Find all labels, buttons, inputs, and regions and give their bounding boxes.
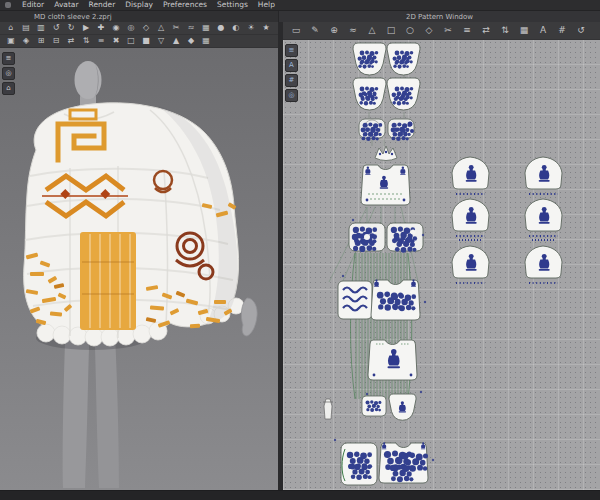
viewport-menu-icon[interactable]: ≡ [2,52,15,65]
pattern-piece-heavy-left[interactable] [349,223,385,252]
pattern-piece-row2-right[interactable] [387,78,420,110]
rotate-gizmo-icon[interactable]: ◎ [124,22,138,34]
fabric-icon[interactable]: ▦ [199,22,213,34]
render-icon[interactable]: ★ [259,22,273,34]
menu-items: EditorAvatarRenderDisplayPreferencesSett… [17,0,280,10]
view-menu-icon[interactable]: ≡ [94,35,108,47]
layer-order-icon[interactable]: ⇅ [79,35,93,47]
pattern-piece-cap-3[interactable] [452,199,489,240]
pattern-window-header[interactable]: 2D Pattern Window [278,11,600,22]
pattern-piece-crown[interactable] [375,146,397,161]
application-window: EditorAvatarRenderDisplayPreferencesSett… [0,0,600,500]
menu-preferences[interactable]: Preferences [158,0,212,10]
show-pins-icon[interactable]: ⊟ [49,35,63,47]
zoom-2d-icon[interactable]: ◎ [285,89,298,102]
pattern-piece-cap-4[interactable] [525,199,562,240]
simulate-icon[interactable]: ▶ [79,22,93,34]
avatar-icon[interactable]: ● [214,22,228,34]
menu-display[interactable]: Display [120,0,158,10]
gravity-toggle-icon[interactable]: ▽ [154,35,168,47]
title-bar: MD cloth sleeve 2.zprj 2D Pattern Window [0,11,600,22]
2d-viewport-tools: ≡A#◎ [285,44,298,102]
project-tab[interactable]: MD cloth sleeve 2.zprj [0,11,278,22]
3d-viewport-tools: ≡◎⌂ [2,52,15,95]
sewing-icon[interactable]: ≈ [184,22,198,34]
menu-bar: EditorAvatarRenderDisplayPreferencesSett… [0,0,600,11]
open-project-icon[interactable]: ▤ [19,22,33,34]
edit-curve-icon[interactable]: ≈ [344,24,362,38]
snap-grid-icon[interactable]: # [285,74,298,87]
rectangle-tool-icon[interactable]: □ [382,24,400,38]
toolbar-3d-row1: ⌂▤▥↺↻▶✚◉◎◇△✂≈▦●◐☀★ [0,22,278,35]
delete-icon[interactable]: ✖ [109,35,123,47]
edit-pattern-icon[interactable]: ✎ [306,24,324,38]
grid-toggle-icon[interactable]: # [553,24,571,38]
light-icon[interactable]: ☀ [244,22,258,34]
resync-2d-icon[interactable]: ↺ [572,24,590,38]
pattern-menu-icon[interactable]: ≡ [285,44,298,57]
pattern-piece-cap-5[interactable] [452,246,489,283]
pattern-piece-bottom-left[interactable] [341,443,377,485]
measure-icon[interactable]: △ [154,22,168,34]
redo-icon[interactable]: ↻ [64,22,78,34]
cut-tool-icon[interactable]: ✂ [439,24,457,38]
show-avatar-icon[interactable]: ◈ [19,35,33,47]
show-garment-icon[interactable]: ▣ [4,35,18,47]
pattern-piece-bodice-low[interactable] [368,340,417,380]
collision-toggle-icon[interactable]: ▲ [169,35,183,47]
strain-map-icon[interactable]: ◆ [184,35,198,47]
show-seams-icon[interactable]: ⊞ [34,35,48,47]
3d-viewport[interactable]: ≡◎⌂ [0,48,278,490]
pattern-piece-small-right[interactable] [389,394,416,420]
pattern-piece-cap-2[interactable] [525,157,562,194]
pin-icon[interactable]: ◉ [109,22,123,34]
dart-tool-icon[interactable]: ◇ [420,24,438,38]
pattern-piece-top-right[interactable] [387,43,420,75]
scissors-icon[interactable]: ✂ [169,22,183,34]
pattern-piece-dense-right[interactable] [388,119,414,141]
save-project-icon[interactable]: ▥ [34,22,48,34]
menu-settings[interactable]: Settings [212,0,253,10]
toolbar-2d: ▭✎⊕≈△□○◇✂≡⇄⇅▦A#↺ [283,22,600,40]
pattern-piece-tiny[interactable] [323,399,333,419]
pattern-piece-row2-left[interactable] [353,78,386,110]
free-sewing-icon[interactable]: ⇄ [477,24,495,38]
pattern-piece-heavy-right[interactable] [387,223,423,253]
pattern-piece-top-left[interactable] [353,43,386,75]
pattern-piece-wavy[interactable] [338,281,372,319]
menu-editor[interactable]: Editor [17,0,49,10]
menu-help[interactable]: Help [253,0,280,10]
pattern-piece-dense-left[interactable] [359,119,385,141]
sync-view-icon[interactable]: ⇄ [64,35,78,47]
reset-camera-icon[interactable]: ⌂ [2,82,15,95]
select-move-icon[interactable]: ✚ [94,22,108,34]
camera-icon[interactable]: ◐ [229,22,243,34]
pattern-piece-small-left[interactable] [362,396,386,416]
pattern-piece-bottom-right[interactable] [379,442,428,483]
status-bar [0,490,600,500]
menu-render[interactable]: Render [84,0,121,10]
pattern-piece-cap-6[interactable] [525,246,562,283]
pattern-piece-bodice-top[interactable] [361,165,410,205]
add-point-icon[interactable]: ⊕ [325,24,343,38]
undo-icon[interactable]: ↺ [49,22,63,34]
mannequin-head [75,61,102,99]
pattern-piece-bodice-mid[interactable] [371,279,420,320]
home-icon[interactable]: ⌂ [4,22,18,34]
texture-editor-icon[interactable]: ▦ [515,24,533,38]
pattern-piece-cap-1[interactable] [452,157,489,194]
wireframe-icon[interactable]: □ [124,35,138,47]
sewing-direction-icon[interactable]: ⇅ [496,24,514,38]
annotation-2d-icon[interactable]: A [285,59,298,72]
annotation-icon[interactable]: A [534,24,552,38]
texture-view-icon[interactable]: ▦ [199,35,213,47]
transform-pattern-icon[interactable]: ▭ [287,24,305,38]
segment-sewing-icon[interactable]: ≡ [458,24,476,38]
circle-tool-icon[interactable]: ○ [401,24,419,38]
2d-pattern-viewport[interactable]: ≡A#◎ [283,40,600,490]
menu-avatar[interactable]: Avatar [49,0,83,10]
polygon-tool-icon[interactable]: △ [363,24,381,38]
scale-gizmo-icon[interactable]: ◇ [139,22,153,34]
zoom-mode-icon[interactable]: ◎ [2,67,15,80]
shaded-view-icon[interactable]: ■ [139,35,153,47]
